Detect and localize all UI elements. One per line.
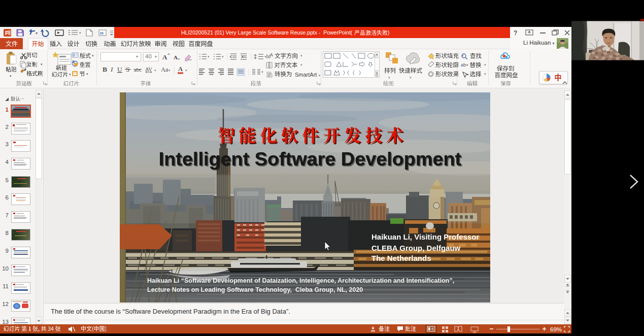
svg-text:▾: ▾ (261, 70, 263, 74)
svg-text:▾: ▾ (79, 31, 81, 35)
svg-text:▾: ▾ (208, 55, 210, 58)
svg-text:The Netherlands: The Netherlands (371, 254, 431, 262)
svg-text:▾: ▾ (154, 69, 156, 73)
svg-text:▾: ▾ (168, 69, 171, 73)
svg-text:Intelligent Software Developme: Intelligent Software Development (159, 148, 462, 170)
svg-text:69%: 69% (550, 326, 562, 332)
svg-text:Haikuan Li “Software Developme: Haikuan Li “Software Development of Data… (147, 277, 454, 284)
svg-text:A: A (270, 53, 273, 57)
svg-text:▾: ▾ (36, 31, 38, 36)
svg-text:A: A (174, 54, 178, 60)
svg-text:AV: AV (145, 66, 152, 72)
svg-text:ab: ab (461, 62, 466, 68)
svg-text:A: A (178, 65, 183, 73)
svg-text:CLEBA Group, Delfgauw: CLEBA Group, Delfgauw (371, 244, 461, 252)
svg-text:?: ? (514, 29, 517, 37)
svg-text:▾: ▾ (185, 69, 187, 73)
svg-text:▾: ▾ (222, 55, 224, 58)
svg-text:Lecture Notes on Leading Softw: Lecture Notes on Leading Software Techno… (147, 286, 363, 293)
svg-text:I: I (110, 65, 114, 73)
svg-text:Aa: Aa (161, 66, 168, 73)
svg-text:B: B (103, 65, 107, 73)
svg-text:Haikuan Li, Visiting Professor: Haikuan Li, Visiting Professor (371, 232, 479, 241)
svg-text:U: U (117, 65, 122, 73)
svg-text:A: A (162, 53, 167, 61)
